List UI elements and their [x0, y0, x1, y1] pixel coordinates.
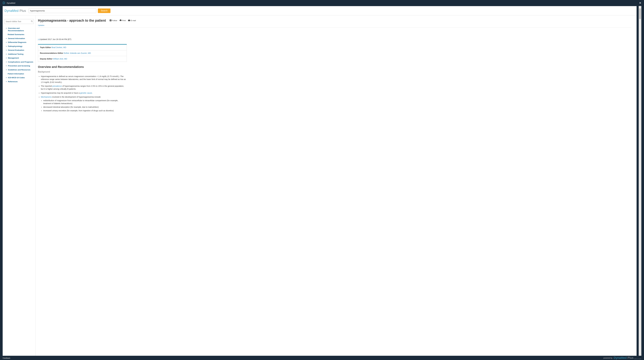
chevron-right-icon: ▸: [6, 46, 8, 47]
sidebar-item-management[interactable]: ▸Management: [4, 56, 34, 60]
brand-logo[interactable]: DynaMed Plus: [4, 9, 26, 13]
content-frame: DynaMed Plus Search ▸Overview and Recomm…: [3, 6, 636, 356]
print-button[interactable]: Print: [120, 20, 126, 22]
list-item: redistribution of magnesium from extrace…: [43, 99, 127, 105]
nav-list: ▸Overview and Recommendations Related Su…: [4, 26, 34, 84]
sidebar-item-label: Prevention and Screening: [8, 65, 30, 67]
prevalence-link[interactable]: prevalence: [52, 85, 62, 87]
editor-name-link[interactable]: William Aird, MD: [53, 58, 67, 60]
footer-sublabel: EBSCO Health: [634, 358, 641, 359]
sidebar-item-label: Guidelines and Resources: [8, 69, 30, 71]
chevron-right-icon: ▸: [6, 38, 8, 39]
editor-name-link[interactable]: Brad Denker, MD: [52, 46, 66, 49]
sidebar-item-related-summaries[interactable]: Related Summaries: [4, 33, 34, 37]
title-row: Hypomagnesemia - approach to the patient…: [38, 19, 631, 23]
sidebar-item-label: Related Summaries: [8, 33, 24, 36]
article: Hypomagnesemia - approach to the patient…: [36, 16, 636, 356]
updates-link[interactable]: Updates: [38, 24, 44, 26]
sidebar-item-icd-codes[interactable]: ▸ICD-9/ICD-10 Codes: [4, 76, 34, 80]
email-icon: [128, 20, 130, 22]
sidebar-item-pathophysiology[interactable]: ▸Pathophysiology: [4, 44, 34, 48]
editor-role: Topic Editor: [40, 46, 51, 49]
feedback-link[interactable]: Feedback: [3, 357, 10, 359]
sidebar-item-guidelines-resources[interactable]: ▸Guidelines and Resources: [4, 68, 34, 72]
list-item: Hypomagnesemia may be acquired or have a…: [41, 92, 127, 95]
brand-logo-main: DynaMed: [4, 9, 18, 13]
mechanisms-link[interactable]: Mechanisms: [41, 96, 52, 98]
editor-name-link[interactable]: Esther Jolanda van Zuuren, MD: [64, 52, 91, 54]
chevron-right-icon: ▸: [6, 28, 8, 29]
sidebar-item-label: References: [8, 80, 18, 83]
close-icon[interactable]: ✕: [639, 1, 641, 5]
text: Hypomagnesemia may be acquired or have a: [41, 92, 80, 94]
sidebar-item-label: Additional Testing: [8, 53, 24, 55]
footer-right: powered by DynaMed Plus EBSCO Health: [604, 356, 641, 359]
svg-point-0: [31, 21, 32, 22]
editor-row: Deputy Editor William Aird, MD: [38, 56, 127, 62]
editor-row: Topic Editor Brad Denker, MD: [38, 45, 127, 50]
footer-logo-main: DynaMed: [614, 356, 627, 359]
section-heading: Overview and Recommendations: [38, 65, 631, 69]
sidebar-item-complications-prognosis[interactable]: ▸Complications and Prognosis: [4, 60, 34, 64]
chevron-right-icon: ▸: [6, 81, 8, 82]
expand-toggle[interactable]: [+]: [38, 38, 40, 40]
chevron-right-icon: ▸: [6, 57, 8, 59]
sidebar: ▸Overview and Recommendations Related Su…: [3, 16, 36, 356]
chevron-right-icon: ▸: [6, 53, 8, 55]
list-item: The reported prevalence of hypomagnesemi…: [41, 85, 127, 91]
scroll-down-icon[interactable]: ˅: [639, 353, 641, 356]
footer-logo-suffix: Plus: [627, 356, 634, 359]
text: involved in the development of hypomagne…: [52, 96, 101, 98]
list-item: Mechanisms involved in the development o…: [41, 96, 127, 112]
sidebar-item-general-information[interactable]: ▸General Information: [4, 37, 34, 41]
svg-rect-4: [110, 20, 111, 21]
search-within-input[interactable]: [4, 19, 34, 24]
chevron-right-icon: ▸: [6, 77, 8, 78]
email-button[interactable]: E-mail: [128, 20, 136, 22]
content-shell: DynaMed Plus Search ▸Overview and Recomm…: [3, 6, 641, 356]
subheading: Background: [38, 71, 631, 73]
sidebar-item-label: Management: [8, 57, 19, 59]
plus-icon: [110, 20, 112, 22]
sidebar-item-references[interactable]: ▸References: [4, 80, 34, 84]
sidebar-item-patient-information[interactable]: Patient Information: [4, 72, 34, 76]
app-logo-icon: D: [3, 1, 5, 5]
sidebar-item-label: General Evaluation: [8, 49, 24, 51]
app-title: DynaMed: [7, 2, 15, 4]
email-label: E-mail: [131, 20, 136, 22]
sidebar-item-label: Differential Diagnosis: [8, 41, 26, 44]
editor-role: Recommendations Editor: [40, 52, 63, 54]
updated-text: Updated 2017 Jun 26 03:44 PM (ET): [40, 38, 71, 40]
search-icon[interactable]: [31, 21, 33, 23]
scroll-up-icon[interactable]: ˄: [639, 6, 641, 8]
sidebar-item-prevention-screening[interactable]: ▸Prevention and Screening: [4, 64, 34, 68]
follow-button[interactable]: Follow: [110, 20, 117, 22]
editor-row: Recommendations Editor Esther Jolanda va…: [38, 50, 127, 56]
sub-bullet-list: redistribution of magnesium from extrace…: [41, 99, 127, 112]
print-icon: [120, 20, 122, 22]
editor-role: Deputy Editor: [40, 58, 52, 60]
search-button[interactable]: Search: [98, 9, 110, 13]
page-title: Hypomagnesemia - approach to the patient: [38, 19, 106, 23]
powered-by-label: powered by: [604, 357, 612, 359]
sidebar-item-differential-diagnosis[interactable]: ▸Differential Diagnosis: [4, 40, 34, 44]
scroll-thumb[interactable]: [639, 8, 641, 19]
list-item: Hypomagnesemia is defined as serum magne…: [41, 75, 127, 84]
sidebar-item-general-evaluation[interactable]: ▸General Evaluation: [4, 48, 34, 52]
sidebar-item-additional-testing[interactable]: ▸Additional Testing: [4, 52, 34, 56]
footer: Feedback powered by DynaMed Plus EBSCO H…: [0, 356, 644, 360]
scrollbar[interactable]: ˄ ˅: [639, 6, 641, 356]
list-item: increased urinary excretion (for example…: [43, 109, 127, 112]
svg-rect-5: [120, 20, 121, 20]
app-chrome: D DynaMed ✕: [0, 0, 644, 6]
search-input[interactable]: [29, 9, 96, 13]
svg-line-1: [32, 22, 33, 22]
print-label: Print: [122, 20, 126, 22]
editor-box: Topic Editor Brad Denker, MD Recommendat…: [38, 44, 127, 62]
sidebar-item-overview[interactable]: ▸Overview and Recommendations: [4, 26, 34, 33]
genetic-cause-link[interactable]: genetic cause: [80, 92, 92, 94]
scroll-track[interactable]: [639, 8, 641, 353]
sidebar-item-label: Pathophysiology: [8, 45, 22, 48]
text: The reported: [41, 85, 52, 87]
sidebar-item-label: General Information: [8, 37, 25, 40]
